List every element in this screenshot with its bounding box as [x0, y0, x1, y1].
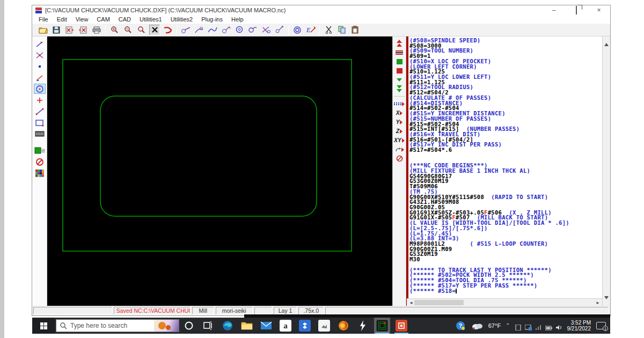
- zoom-window-button[interactable]: [136, 25, 147, 35]
- device-tray-icon[interactable]: [515, 323, 522, 329]
- menu-view[interactable]: View: [71, 16, 93, 23]
- rotate-button[interactable]: [394, 146, 405, 153]
- snap-arc-button[interactable]: [194, 25, 204, 35]
- volume-tray-icon[interactable]: [555, 323, 562, 329]
- minimize-button[interactable]: –: [549, 5, 559, 15]
- search-input[interactable]: Type here to search: [56, 319, 179, 332]
- zoom-out-button[interactable]: [122, 25, 133, 35]
- circle-tool-button[interactable]: [34, 84, 46, 94]
- taskbar-app-dropbox[interactable]: [297, 318, 313, 334]
- x-axis-button[interactable]: X: [394, 109, 405, 116]
- task-view-button[interactable]: [200, 318, 216, 334]
- temperature-label[interactable]: 67°F: [488, 322, 501, 329]
- code-horizontal-scrollbar[interactable]: ◄ ►: [407, 298, 602, 306]
- snap-line-button[interactable]: [180, 25, 191, 35]
- menu-help[interactable]: Help: [227, 16, 248, 23]
- taskbar-app-amazon[interactable]: a: [277, 318, 294, 334]
- taskbar-app-nc-editor[interactable]: [393, 318, 409, 334]
- close-button[interactable]: ×: [594, 5, 604, 15]
- taskbar-app-file-explorer[interactable]: [239, 318, 255, 334]
- snap-perp-button[interactable]: [261, 25, 272, 35]
- seasonal-doodle[interactable]: [154, 320, 179, 332]
- display-tray-icon[interactable]: [525, 323, 532, 329]
- zoom-in-button[interactable]: [109, 25, 120, 35]
- menu-plug-ins[interactable]: Plug-ins: [197, 16, 227, 23]
- delete-tool-button[interactable]: [34, 157, 46, 167]
- fast-up-button[interactable]: [394, 40, 405, 47]
- line-tool-button[interactable]: [34, 39, 46, 49]
- zoom-extents-button[interactable]: [149, 25, 160, 35]
- scroll-down-arrow[interactable]: [604, 292, 609, 297]
- fast-down-button[interactable]: [394, 85, 405, 92]
- taskbar-app-edge[interactable]: [219, 318, 236, 334]
- redraw-button[interactable]: [163, 25, 173, 35]
- text-cursor: [456, 289, 457, 293]
- xy-axis-button[interactable]: XY: [394, 137, 405, 144]
- menu-file[interactable]: File: [34, 16, 53, 23]
- dimension-tool-button[interactable]: [34, 129, 46, 139]
- green-block-button[interactable]: [394, 58, 405, 65]
- import-cad-button[interactable]: [64, 25, 75, 35]
- point-plus-tool-button[interactable]: [34, 95, 46, 105]
- layer-list-button[interactable]: [394, 49, 405, 56]
- stop-button[interactable]: [394, 155, 405, 162]
- intersect-tool-button[interactable]: [34, 50, 46, 60]
- taskbar-app-lightning[interactable]: [355, 318, 371, 334]
- snap-quadrant-button[interactable]: [247, 25, 258, 35]
- menu-utilities1[interactable]: Utilities1: [135, 16, 166, 23]
- export-cad-button[interactable]: [78, 25, 89, 35]
- scroll-left-arrow[interactable]: ◄: [409, 300, 413, 305]
- scroll-right-arrow[interactable]: ►: [596, 300, 600, 305]
- network-tray-icon[interactable]: [535, 323, 542, 329]
- hidden-icons-chevron[interactable]: ⌃: [506, 322, 510, 328]
- color-swatch-button[interactable]: [34, 145, 46, 156]
- weather-cloud-icon[interactable]: [471, 321, 484, 330]
- palette-button[interactable]: [34, 168, 46, 178]
- line-angle-tool-button[interactable]: [34, 72, 46, 83]
- hscroll-thumb[interactable]: [414, 300, 464, 305]
- photos-icon: [318, 320, 330, 332]
- scroll-up-arrow[interactable]: [604, 39, 609, 43]
- snap-sketch-button[interactable]: [274, 25, 285, 35]
- step-down-button[interactable]: [394, 76, 405, 83]
- points-run-button[interactable]: [394, 100, 405, 107]
- battery-tray-icon[interactable]: [545, 323, 552, 329]
- paste-button[interactable]: [350, 25, 361, 35]
- menu-cam[interactable]: CAM: [92, 16, 114, 23]
- snap-center-button[interactable]: [234, 25, 245, 35]
- snap-curve-button[interactable]: [207, 25, 218, 35]
- menu-utilities2[interactable]: Utilities2: [166, 16, 197, 23]
- save-button[interactable]: [51, 25, 62, 35]
- fixture-outline[interactable]: [63, 60, 352, 251]
- taskbar-app-cad[interactable]: [374, 318, 390, 334]
- cortana-button[interactable]: [181, 318, 197, 334]
- restore-button[interactable]: [572, 5, 581, 15]
- notification-button[interactable]: 1: [596, 322, 606, 329]
- taskbar-app-mail[interactable]: [258, 318, 274, 334]
- red-block-button[interactable]: [394, 67, 405, 74]
- help-tray-icon[interactable]: ?: [456, 321, 465, 330]
- open-button[interactable]: [38, 25, 48, 35]
- copy-button[interactable]: [336, 25, 347, 35]
- nc-code-text[interactable]: (#508=SPINDLE SPEED)#508=3000(#509=TOOL …: [409, 38, 601, 293]
- y-axis-button[interactable]: Y: [394, 119, 405, 126]
- start-button[interactable]: [32, 318, 55, 334]
- code-line: M30: [409, 257, 601, 262]
- line-endpoints-tool-button[interactable]: [34, 106, 46, 116]
- taskbar-app-photos[interactable]: [316, 318, 332, 334]
- point-tool-button[interactable]: [34, 61, 46, 71]
- cut-button[interactable]: [323, 25, 334, 35]
- z-axis-button[interactable]: Z: [394, 128, 405, 135]
- edit-text-button[interactable]: E: [305, 25, 316, 35]
- print-button[interactable]: [91, 25, 102, 35]
- cad-viewport[interactable]: [47, 36, 392, 306]
- clock[interactable]: 3:52 PM 9/21/2022: [567, 320, 591, 332]
- offset-button[interactable]: [292, 25, 303, 35]
- taskbar-app-firefox[interactable]: [335, 318, 352, 334]
- code-vertical-scrollbar[interactable]: [602, 36, 610, 306]
- pocket-outline[interactable]: [100, 96, 317, 216]
- snap-tangent-button[interactable]: [221, 25, 231, 35]
- rectangle-tool-button[interactable]: [34, 117, 46, 128]
- menu-cad[interactable]: CAD: [114, 16, 135, 23]
- menu-edit[interactable]: Edit: [53, 16, 71, 23]
